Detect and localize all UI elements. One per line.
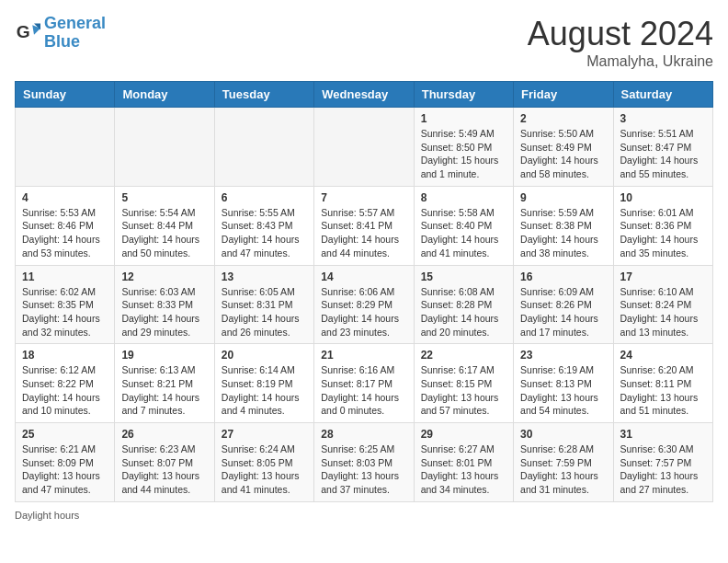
day-info: Sunrise: 6:27 AM Sunset: 8:01 PM Dayligh… (421, 442, 506, 497)
calendar-cell: 30Sunrise: 6:28 AM Sunset: 7:59 PM Dayli… (514, 423, 613, 502)
page-header: G General Blue August 2024 Mamalyha, Ukr… (15, 15, 713, 70)
calendar-cell: 27Sunrise: 6:24 AM Sunset: 8:05 PM Dayli… (214, 423, 313, 502)
day-number: 15 (421, 270, 506, 283)
calendar-day-header: Monday (115, 82, 214, 108)
subtitle: Mamalyha, Ukraine (528, 53, 713, 70)
calendar-cell: 11Sunrise: 6:02 AM Sunset: 8:35 PM Dayli… (16, 265, 115, 344)
day-number: 1 (421, 112, 506, 125)
day-number: 17 (620, 270, 706, 283)
calendar-day-header: Tuesday (214, 82, 313, 108)
day-number: 12 (121, 270, 207, 283)
calendar-cell (16, 108, 115, 187)
logo-text: General Blue (44, 15, 106, 52)
logo-line2: Blue (44, 32, 80, 51)
calendar-week-row: 18Sunrise: 6:12 AM Sunset: 8:22 PM Dayli… (16, 344, 713, 423)
day-info: Sunrise: 6:06 AM Sunset: 8:29 PM Dayligh… (321, 285, 406, 339)
calendar-cell: 3Sunrise: 5:51 AM Sunset: 8:47 PM Daylig… (613, 108, 712, 187)
calendar-cell: 17Sunrise: 6:10 AM Sunset: 8:24 PM Dayli… (613, 265, 712, 344)
logo-line1: General (44, 14, 106, 32)
calendar-day-header: Thursday (414, 82, 513, 108)
day-number: 5 (121, 191, 207, 204)
day-number: 10 (620, 191, 706, 204)
calendar-cell: 9Sunrise: 5:59 AM Sunset: 8:38 PM Daylig… (514, 186, 613, 265)
calendar-cell: 13Sunrise: 6:05 AM Sunset: 8:31 PM Dayli… (214, 265, 313, 344)
day-number: 4 (22, 191, 108, 204)
footer-note: Daylight hours (15, 510, 713, 521)
day-number: 24 (620, 349, 706, 362)
calendar-cell: 24Sunrise: 6:20 AM Sunset: 8:11 PM Dayli… (613, 344, 712, 423)
day-info: Sunrise: 6:24 AM Sunset: 8:05 PM Dayligh… (222, 442, 307, 497)
day-info: Sunrise: 6:17 AM Sunset: 8:15 PM Dayligh… (421, 363, 506, 418)
day-number: 19 (121, 349, 207, 362)
calendar-cell (214, 108, 313, 187)
day-number: 8 (421, 191, 506, 204)
day-info: Sunrise: 6:23 AM Sunset: 8:07 PM Dayligh… (121, 442, 207, 497)
calendar-cell: 12Sunrise: 6:03 AM Sunset: 8:33 PM Dayli… (115, 265, 214, 344)
day-number: 26 (121, 428, 207, 441)
day-info: Sunrise: 6:12 AM Sunset: 8:22 PM Dayligh… (22, 363, 108, 418)
calendar-day-header: Wednesday (314, 82, 414, 108)
calendar-week-row: 1Sunrise: 5:49 AM Sunset: 8:50 PM Daylig… (16, 108, 713, 187)
footer-text: Daylight hours (15, 510, 79, 521)
day-number: 6 (222, 191, 307, 204)
day-info: Sunrise: 6:02 AM Sunset: 8:35 PM Dayligh… (22, 285, 108, 339)
calendar-cell: 22Sunrise: 6:17 AM Sunset: 8:15 PM Dayli… (414, 344, 513, 423)
calendar-cell: 15Sunrise: 6:08 AM Sunset: 8:28 PM Dayli… (414, 265, 513, 344)
calendar-cell: 31Sunrise: 6:30 AM Sunset: 7:57 PM Dayli… (613, 423, 712, 502)
day-number: 27 (222, 428, 307, 441)
day-number: 16 (520, 270, 606, 283)
calendar-cell: 19Sunrise: 6:13 AM Sunset: 8:21 PM Dayli… (115, 344, 214, 423)
logo-icon: G (15, 20, 40, 46)
calendar-cell: 10Sunrise: 6:01 AM Sunset: 8:36 PM Dayli… (613, 186, 712, 265)
day-info: Sunrise: 5:49 AM Sunset: 8:50 PM Dayligh… (421, 127, 506, 181)
day-number: 3 (620, 112, 706, 125)
calendar-cell: 18Sunrise: 6:12 AM Sunset: 8:22 PM Dayli… (16, 344, 115, 423)
calendar-cell: 23Sunrise: 6:19 AM Sunset: 8:13 PM Dayli… (514, 344, 613, 423)
day-info: Sunrise: 6:08 AM Sunset: 8:28 PM Dayligh… (421, 285, 506, 339)
day-info: Sunrise: 6:19 AM Sunset: 8:13 PM Dayligh… (520, 363, 606, 418)
day-number: 11 (22, 270, 108, 283)
day-info: Sunrise: 6:21 AM Sunset: 8:09 PM Dayligh… (22, 442, 108, 497)
calendar-cell: 7Sunrise: 5:57 AM Sunset: 8:41 PM Daylig… (314, 186, 414, 265)
main-title: August 2024 (528, 15, 713, 53)
calendar-cell: 2Sunrise: 5:50 AM Sunset: 8:49 PM Daylig… (514, 108, 613, 187)
day-info: Sunrise: 5:53 AM Sunset: 8:46 PM Dayligh… (22, 206, 108, 260)
calendar-header-row: SundayMondayTuesdayWednesdayThursdayFrid… (16, 82, 713, 108)
day-number: 7 (321, 191, 406, 204)
day-info: Sunrise: 5:54 AM Sunset: 8:44 PM Dayligh… (121, 206, 207, 260)
day-info: Sunrise: 6:13 AM Sunset: 8:21 PM Dayligh… (121, 363, 207, 418)
calendar-cell: 21Sunrise: 6:16 AM Sunset: 8:17 PM Dayli… (314, 344, 414, 423)
day-info: Sunrise: 6:05 AM Sunset: 8:31 PM Dayligh… (222, 285, 307, 339)
day-number: 13 (222, 270, 307, 283)
day-info: Sunrise: 6:14 AM Sunset: 8:19 PM Dayligh… (222, 363, 307, 418)
day-number: 29 (421, 428, 506, 441)
day-info: Sunrise: 6:16 AM Sunset: 8:17 PM Dayligh… (321, 363, 406, 418)
calendar-day-header: Friday (514, 82, 613, 108)
calendar-cell: 1Sunrise: 5:49 AM Sunset: 8:50 PM Daylig… (414, 108, 513, 187)
calendar-week-row: 11Sunrise: 6:02 AM Sunset: 8:35 PM Dayli… (16, 265, 713, 344)
title-block: August 2024 Mamalyha, Ukraine (528, 15, 713, 70)
calendar-week-row: 25Sunrise: 6:21 AM Sunset: 8:09 PM Dayli… (16, 423, 713, 502)
day-info: Sunrise: 5:51 AM Sunset: 8:47 PM Dayligh… (620, 127, 706, 181)
day-number: 21 (321, 349, 406, 362)
day-info: Sunrise: 5:59 AM Sunset: 8:38 PM Dayligh… (520, 206, 606, 260)
calendar-cell: 14Sunrise: 6:06 AM Sunset: 8:29 PM Dayli… (314, 265, 414, 344)
day-info: Sunrise: 5:58 AM Sunset: 8:40 PM Dayligh… (421, 206, 506, 260)
calendar-cell: 6Sunrise: 5:55 AM Sunset: 8:43 PM Daylig… (214, 186, 313, 265)
calendar-cell: 5Sunrise: 5:54 AM Sunset: 8:44 PM Daylig… (115, 186, 214, 265)
calendar-cell: 28Sunrise: 6:25 AM Sunset: 8:03 PM Dayli… (314, 423, 414, 502)
day-number: 2 (520, 112, 606, 125)
day-number: 18 (22, 349, 108, 362)
day-number: 30 (520, 428, 606, 441)
calendar-day-header: Saturday (613, 82, 712, 108)
day-number: 31 (620, 428, 706, 441)
day-info: Sunrise: 6:09 AM Sunset: 8:26 PM Dayligh… (520, 285, 606, 339)
day-number: 20 (222, 349, 307, 362)
day-number: 22 (421, 349, 506, 362)
calendar-cell (115, 108, 214, 187)
day-number: 9 (520, 191, 606, 204)
day-number: 14 (321, 270, 406, 283)
day-info: Sunrise: 6:20 AM Sunset: 8:11 PM Dayligh… (620, 363, 706, 418)
svg-text:G: G (17, 22, 30, 41)
day-info: Sunrise: 5:50 AM Sunset: 8:49 PM Dayligh… (520, 127, 606, 181)
